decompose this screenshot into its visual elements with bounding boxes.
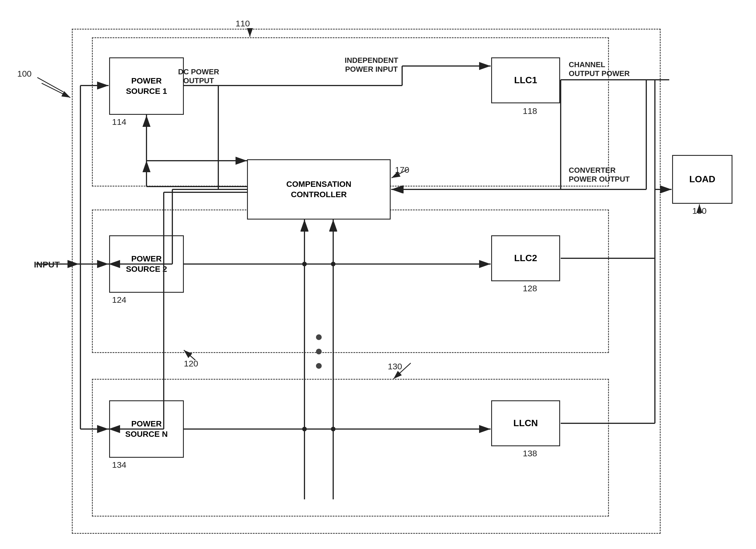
ref-130: 130 — [388, 361, 402, 371]
dc-power-output-label: DC POWEROUTPUT — [178, 67, 219, 85]
input-label: INPUT — [34, 260, 60, 270]
llc2-block: LLC2 — [491, 235, 560, 281]
ref-134: 134 — [112, 460, 126, 470]
ref-138: 138 — [523, 448, 537, 458]
ref-100: 100 — [17, 69, 32, 79]
load-block: LOAD — [672, 155, 732, 204]
llc1-block: LLC1 — [491, 57, 560, 103]
ref-128: 128 — [523, 283, 537, 293]
ref-170: 170 — [395, 165, 409, 175]
ref-114: 114 — [112, 117, 126, 127]
diagram-container: 100 110 120 130 POWERSOURCE 1 114 LLC1 1… — [0, 0, 756, 549]
ref-118: 118 — [523, 106, 537, 116]
power-source-2-block: POWERSOURCE 2 — [109, 235, 184, 293]
ref-180: 180 — [692, 206, 707, 216]
channel-output-power-label: CHANNELOUTPUT POWER — [569, 60, 630, 78]
svg-line-2 — [42, 83, 70, 98]
ref-124: 124 — [112, 295, 126, 305]
converter-power-output-label: CONVERTERPOWER OUTPUT — [569, 166, 630, 184]
independent-power-input-label: INDEPENDENTPOWER INPUT — [345, 56, 398, 74]
llcn-block: LLCN — [491, 400, 560, 446]
ref-110: 110 — [236, 19, 250, 28]
ref-120: 120 — [184, 359, 198, 368]
compensation-controller-block: COMPENSATIONCONTROLLER — [247, 159, 391, 220]
power-source-n-block: POWERSOURCE N — [109, 400, 184, 458]
power-source-1-block: POWERSOURCE 1 — [109, 57, 184, 115]
